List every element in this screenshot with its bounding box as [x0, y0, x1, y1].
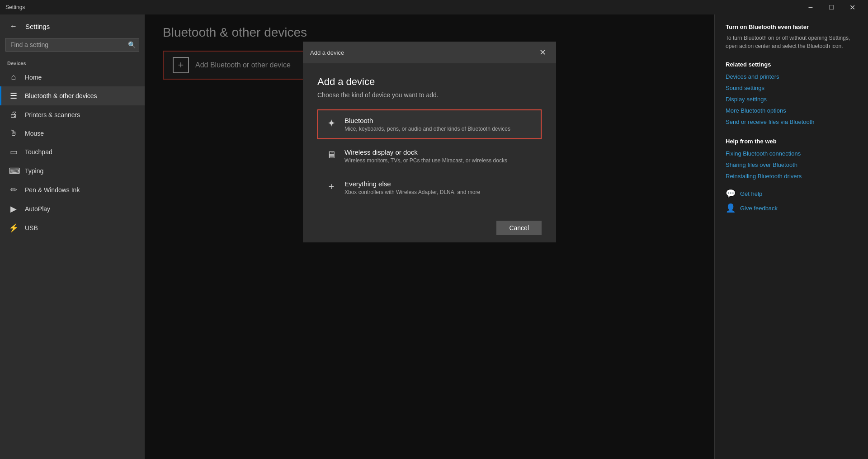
- give-feedback-icon: 👤: [726, 203, 736, 213]
- sidebar-item-bluetooth[interactable]: ☰ Bluetooth & other devices: [0, 86, 145, 105]
- device-option-wireless-display[interactable]: 🖥 Wireless display or dock Wireless moni…: [317, 141, 542, 171]
- sidebar-item-touchpad[interactable]: ▭ Touchpad: [0, 142, 145, 161]
- sidebar-item-home-label: Home: [25, 74, 42, 81]
- get-help-label: Get help: [740, 190, 762, 197]
- wireless-display-icon: 🖥: [326, 149, 337, 161]
- give-feedback-item[interactable]: 👤 Give feedback: [726, 203, 857, 213]
- modal-footer: Cancel: [303, 213, 556, 242]
- sidebar: ← Settings 🔍 Devices ⌂ Home ☰ Bluetooth …: [0, 14, 145, 459]
- maximize-button[interactable]: □: [821, 0, 842, 14]
- bluetooth-option-icon: ✦: [326, 118, 337, 129]
- bluetooth-option-info: Bluetooth Mice, keyboards, pens, or audi…: [344, 117, 510, 132]
- give-feedback-label: Give feedback: [740, 205, 778, 212]
- modal-titlebar: Add a device ✕: [303, 42, 556, 63]
- wireless-display-info: Wireless display or dock Wireless monito…: [344, 148, 507, 164]
- touchpad-icon: ▭: [9, 147, 19, 157]
- link-sharing-files[interactable]: Sharing files over Bluetooth: [726, 161, 857, 168]
- link-more-bluetooth[interactable]: More Bluetooth options: [726, 107, 857, 114]
- tip-title: Turn on Bluetooth even faster: [726, 24, 857, 30]
- search-input[interactable]: [5, 38, 139, 52]
- help-section: Help from the web Fixing Bluetooth conne…: [726, 138, 857, 180]
- back-button[interactable]: ←: [7, 20, 20, 33]
- right-panel: Turn on Bluetooth even faster To turn Bl…: [714, 14, 868, 459]
- keyboard-icon: ⌨: [9, 166, 19, 176]
- search-icon: 🔍: [128, 41, 136, 48]
- device-option-everything-else[interactable]: + Everything else Xbox controllers with …: [317, 173, 542, 203]
- sidebar-section-label: Devices: [0, 57, 145, 68]
- sidebar-item-usb[interactable]: ⚡ USB: [0, 218, 145, 237]
- sidebar-item-printers-label: Printers & scanners: [25, 111, 80, 118]
- modal-body: Add a device Choose the kind of device y…: [303, 63, 556, 213]
- sidebar-item-pen[interactable]: ✏ Pen & Windows Ink: [0, 180, 145, 199]
- link-fixing-bluetooth[interactable]: Fixing Bluetooth connections: [726, 150, 857, 157]
- bluetooth-option-title: Bluetooth: [344, 117, 510, 124]
- modal-overlay: Add a device ✕ Add a device Choose the k…: [145, 14, 714, 459]
- everything-else-icon: +: [326, 181, 337, 193]
- modal-close-button[interactable]: ✕: [536, 46, 549, 59]
- everything-else-desc: Xbox controllers with Wireless Adapter, …: [344, 189, 480, 195]
- wireless-display-desc: Wireless monitors, TVs, or PCs that use …: [344, 157, 507, 164]
- search-box: 🔍: [5, 38, 139, 52]
- sidebar-item-bluetooth-label: Bluetooth & other devices: [25, 92, 97, 99]
- main-content: Bluetooth & other devices + Add Bluetoot…: [145, 14, 714, 459]
- sidebar-item-typing[interactable]: ⌨ Typing: [0, 161, 145, 180]
- sidebar-item-mouse[interactable]: 🖱 Mouse: [0, 124, 145, 142]
- sidebar-item-typing-label: Typing: [25, 167, 43, 175]
- autoplay-icon: ▶: [9, 204, 19, 214]
- device-option-bluetooth[interactable]: ✦ Bluetooth Mice, keyboards, pens, or au…: [317, 109, 542, 139]
- help-from-web-title: Help from the web: [726, 138, 857, 145]
- usb-icon: ⚡: [9, 223, 19, 233]
- link-devices-printers[interactable]: Devices and printers: [726, 73, 857, 80]
- modal-subtext: Choose the kind of device you want to ad…: [317, 91, 542, 99]
- home-icon: ⌂: [9, 72, 19, 82]
- sidebar-item-autoplay[interactable]: ▶ AutoPlay: [0, 199, 145, 218]
- printer-icon: 🖨: [9, 110, 19, 119]
- link-sound-settings[interactable]: Sound settings: [726, 85, 857, 91]
- sidebar-item-printers[interactable]: 🖨 Printers & scanners: [0, 105, 145, 124]
- wireless-display-title: Wireless display or dock: [344, 148, 507, 156]
- cancel-button[interactable]: Cancel: [496, 221, 542, 235]
- everything-else-title: Everything else: [344, 180, 480, 188]
- tip-text: To turn Bluetooth on or off without open…: [726, 34, 857, 50]
- bluetooth-option-desc: Mice, keyboards, pens, or audio and othe…: [344, 126, 510, 132]
- get-help-icon: 💬: [726, 189, 736, 199]
- sidebar-item-pen-label: Pen & Windows Ink: [25, 186, 80, 194]
- sidebar-item-mouse-label: Mouse: [25, 130, 44, 137]
- link-display-settings[interactable]: Display settings: [726, 96, 857, 103]
- link-send-receive[interactable]: Send or receive files via Bluetooth: [726, 118, 857, 125]
- app-body: ← Settings 🔍 Devices ⌂ Home ☰ Bluetooth …: [0, 14, 868, 459]
- sidebar-header: ← Settings: [0, 14, 145, 38]
- bluetooth-nav-icon: ☰: [9, 91, 19, 101]
- sidebar-item-autoplay-label: AutoPlay: [25, 205, 50, 213]
- minimize-button[interactable]: –: [800, 0, 821, 14]
- sidebar-item-usb-label: USB: [25, 224, 38, 232]
- get-help-item[interactable]: 💬 Get help: [726, 189, 857, 199]
- close-button[interactable]: ✕: [842, 0, 863, 14]
- sidebar-item-home[interactable]: ⌂ Home: [0, 68, 145, 86]
- modal-heading: Add a device: [317, 76, 542, 88]
- related-settings-title: Related settings: [726, 61, 857, 68]
- pen-icon: ✏: [9, 185, 19, 195]
- title-bar: Settings – □ ✕: [0, 0, 868, 14]
- sidebar-item-touchpad-label: Touchpad: [25, 148, 52, 156]
- window-controls: – □ ✕: [800, 0, 863, 14]
- modal-title: Add a device: [310, 49, 344, 56]
- app-title: Settings: [5, 4, 800, 10]
- everything-else-info: Everything else Xbox controllers with Wi…: [344, 180, 480, 195]
- mouse-icon: 🖱: [9, 128, 19, 138]
- add-device-modal: Add a device ✕ Add a device Choose the k…: [303, 42, 556, 242]
- link-reinstalling-drivers[interactable]: Reinstalling Bluetooth drivers: [726, 173, 857, 180]
- sidebar-app-title: Settings: [25, 23, 50, 30]
